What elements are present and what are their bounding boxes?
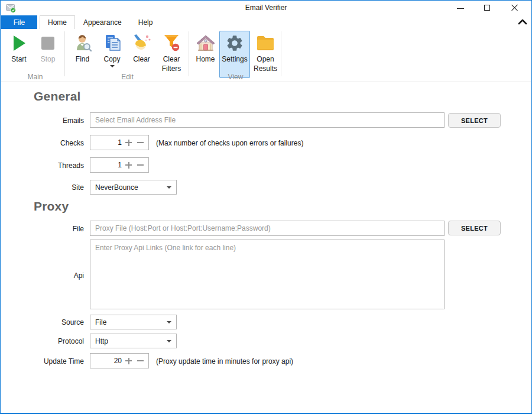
ribbon-group-edit-label: Edit [66, 73, 189, 81]
update-time-hint: (Proxy update time in minutes for proxy … [156, 357, 293, 366]
threads-increment-icon[interactable] [124, 160, 134, 170]
chevron-down-icon [167, 340, 171, 342]
update-time-stepper[interactable] [90, 353, 149, 368]
chevron-down-icon [167, 321, 171, 324]
emails-input[interactable] [90, 112, 445, 128]
tab-home[interactable]: Home [40, 15, 75, 29]
source-dropdown[interactable]: File [90, 315, 177, 329]
checks-decrement-icon[interactable] [135, 137, 145, 148]
ribbon-separator [189, 31, 189, 76]
ribbon-separator [64, 31, 65, 76]
source-selected-value: File [95, 318, 167, 326]
tab-appearance[interactable]: Appearance [75, 15, 130, 29]
tab-help[interactable]: Help [130, 15, 161, 29]
site-selected-value: NeverBounce [95, 183, 167, 192]
update-time-increment-icon[interactable] [124, 355, 134, 366]
threads-value-input[interactable] [90, 161, 122, 169]
proxy-file-label: File [1, 225, 84, 233]
titlebar: Email Verifier [1, 1, 531, 15]
find-person-icon [73, 33, 92, 54]
update-time-decrement-icon[interactable] [135, 355, 145, 366]
gear-icon [225, 33, 244, 54]
collapse-ribbon-chevron-icon[interactable] [517, 17, 528, 27]
checks-stepper[interactable] [90, 135, 149, 150]
home-view-button[interactable]: Home [192, 31, 219, 78]
update-time-value-input[interactable] [90, 357, 122, 365]
general-section-title: General [34, 89, 81, 104]
ribbon-toolbar: Start Stop Find [1, 29, 531, 82]
ribbon-group-main-label: Main [6, 73, 64, 81]
maximize-icon [484, 5, 490, 11]
proxy-file-select-button[interactable]: SELECT [448, 221, 501, 235]
find-button[interactable]: Find [69, 31, 96, 78]
source-label: Source [1, 318, 84, 326]
copy-dropdown-caret-icon [110, 65, 115, 67]
close-button[interactable] [505, 1, 524, 15]
ribbon-separator [281, 31, 281, 76]
proxy-section-title: Proxy [34, 199, 69, 214]
copy-button[interactable]: Copy [98, 31, 126, 78]
app-window: Email Verifier File Home Appearance Help… [0, 0, 532, 414]
checks-hint: (Max number of checks upon errors or fai… [156, 139, 303, 147]
threads-label: Threads [1, 161, 84, 170]
emails-label: Emails [1, 117, 84, 125]
protocol-dropdown[interactable]: Http [90, 334, 177, 348]
clear-button[interactable]: Clear [128, 31, 155, 78]
chevron-down-icon [167, 186, 171, 189]
open-results-button[interactable]: Open Results [251, 31, 280, 78]
update-time-label: Update Time [1, 357, 84, 366]
emails-select-button[interactable]: SELECT [448, 113, 501, 128]
settings-button[interactable]: Settings [219, 31, 250, 78]
settings-panel: General Emails SELECT Checks (Max number… [1, 82, 531, 412]
maximize-button[interactable] [478, 1, 497, 15]
checks-value-input[interactable] [90, 138, 122, 147]
copy-documents-icon [103, 33, 121, 54]
broom-icon [132, 33, 151, 54]
filter-remove-icon [163, 33, 180, 54]
minimize-icon [457, 8, 464, 9]
stop-icon [41, 33, 55, 54]
proxy-api-textarea[interactable] [90, 240, 445, 309]
protocol-selected-value: Http [95, 337, 167, 345]
ribbon-group-view-label: View [190, 73, 281, 81]
threads-decrement-icon[interactable] [135, 160, 145, 170]
house-icon [196, 33, 216, 54]
start-button[interactable]: Start [6, 31, 32, 78]
menu-tab-row: File Home Appearance Help [1, 15, 531, 29]
checks-label: Checks [1, 139, 84, 147]
clear-filters-button[interactable]: Clear Filters [156, 31, 187, 78]
checks-increment-icon[interactable] [124, 137, 134, 148]
stop-button[interactable]: Stop [35, 31, 61, 78]
proxy-api-label: Api [1, 271, 84, 280]
folder-icon [256, 33, 275, 54]
minimize-button[interactable] [451, 1, 470, 15]
play-icon [11, 33, 27, 54]
site-dropdown[interactable]: NeverBounce [90, 180, 177, 195]
proxy-file-input[interactable] [90, 221, 445, 236]
threads-stepper[interactable] [90, 157, 149, 173]
protocol-label: Protocol [1, 337, 84, 345]
tab-file[interactable]: File [1, 15, 37, 29]
site-label: Site [1, 183, 84, 192]
close-icon [511, 4, 519, 12]
